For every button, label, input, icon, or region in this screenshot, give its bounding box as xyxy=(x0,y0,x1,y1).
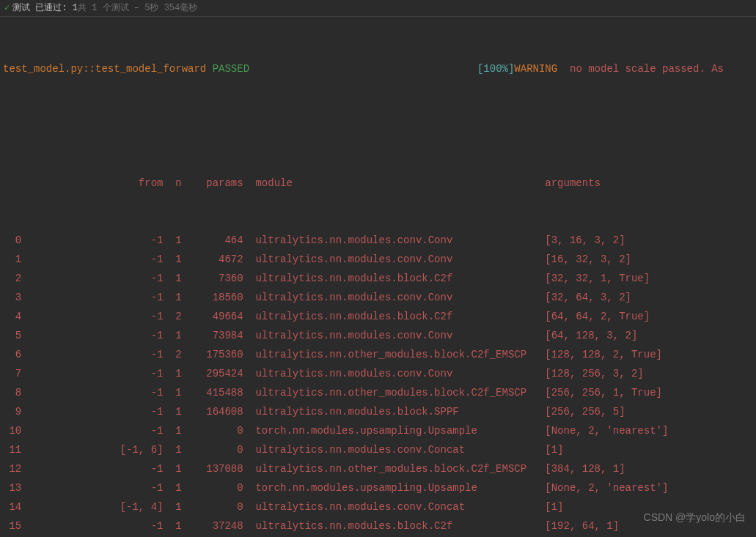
test-path: test_model.py::test_model_forward xyxy=(3,63,206,75)
test-status-bar: ✓ 测试 已通过: 1 共 1 个测试 – 5秒 354毫秒 xyxy=(0,0,756,17)
table-row: 14 [-1, 4] 1 0 ultralytics.nn.modules.co… xyxy=(3,497,753,516)
table-row: 8 -1 1 415488 ultralytics.nn.other_modul… xyxy=(3,383,753,402)
test-detail: 共 1 个测试 – 5秒 354毫秒 xyxy=(78,1,197,15)
warning-label: WARNING xyxy=(514,63,557,75)
table-row: 5 -1 1 73984 ultralytics.nn.modules.conv… xyxy=(3,326,753,345)
table-row: 4 -1 2 49664 ultralytics.nn.modules.bloc… xyxy=(3,307,753,326)
test-result-line: test_model.py::test_model_forward PASSED… xyxy=(3,59,753,78)
test-result: PASSED xyxy=(213,63,249,75)
table-header: from n params module arguments xyxy=(3,174,753,193)
table-row: 10 -1 1 0 torch.nn.modules.upsampling.Up… xyxy=(3,421,753,440)
table-row: 11 [-1, 6] 1 0 ultralytics.nn.modules.co… xyxy=(3,440,753,459)
table-row: 1 -1 1 4672 ultralytics.nn.modules.conv.… xyxy=(3,250,753,269)
table-row: 2 -1 1 7360 ultralytics.nn.modules.block… xyxy=(3,269,753,288)
watermark: CSDN @学yolo的小白 xyxy=(644,508,746,527)
table-row: 6 -1 2 175360 ultralytics.nn.other_modul… xyxy=(3,345,753,364)
table-row: 0 -1 1 464 ultralytics.nn.modules.conv.C… xyxy=(3,231,753,250)
warning-text: no model scale passed. As xyxy=(557,63,724,75)
check-icon: ✓ xyxy=(4,1,10,15)
table-row: 12 -1 1 137088 ultralytics.nn.other_modu… xyxy=(3,459,753,478)
table-row: 15 -1 1 37248 ultralytics.nn.modules.blo… xyxy=(3,516,753,536)
test-passed-label: 测试 已通过: 1 xyxy=(12,1,78,15)
table-row: 9 -1 1 164608 ultralytics.nn.modules.blo… xyxy=(3,402,753,421)
terminal-output[interactable]: test_model.py::test_model_forward PASSED… xyxy=(0,17,756,537)
table-row: 3 -1 1 18560 ultralytics.nn.modules.conv… xyxy=(3,288,753,307)
table-row: 7 -1 1 295424 ultralytics.nn.modules.con… xyxy=(3,364,753,383)
blank-line xyxy=(3,116,753,136)
table-row: 13 -1 1 0 torch.nn.modules.upsampling.Up… xyxy=(3,478,753,497)
progress-pct: [100%] xyxy=(477,63,514,75)
